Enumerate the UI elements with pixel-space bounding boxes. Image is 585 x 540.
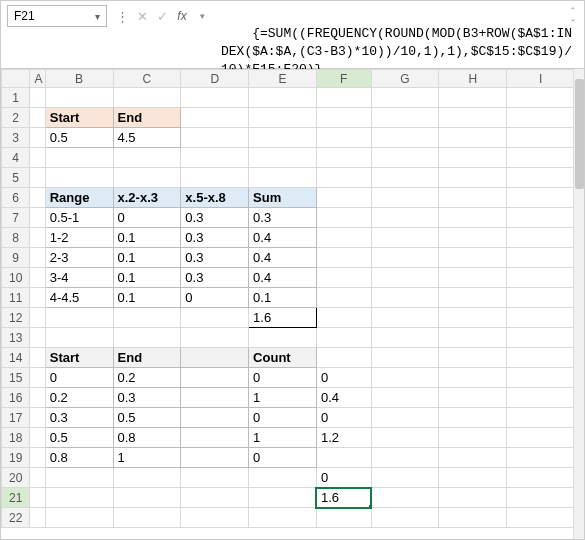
cell[interactable]: 0 (45, 368, 113, 388)
cell[interactable] (181, 388, 249, 408)
vertical-scrollbar[interactable] (573, 69, 584, 539)
col-header-f[interactable]: F (316, 70, 371, 88)
cell[interactable]: 2-3 (45, 248, 113, 268)
cell[interactable]: Sum (249, 188, 317, 208)
cell[interactable]: 0.1 (249, 288, 317, 308)
cell[interactable]: 0.1 (113, 268, 181, 288)
row-header[interactable]: 5 (2, 168, 30, 188)
col-header-c[interactable]: C (113, 70, 181, 88)
row-header[interactable]: 20 (2, 468, 30, 488)
cell[interactable]: 0.3 (181, 208, 249, 228)
cell[interactable]: 0.8 (45, 448, 113, 468)
cell[interactable]: 0 (249, 368, 317, 388)
chevron-down-icon[interactable]: ▾ (195, 11, 209, 21)
cell[interactable]: 0.3 (45, 408, 113, 428)
row-header[interactable]: 21 (2, 488, 30, 508)
cell[interactable]: Start (45, 348, 113, 368)
row-header[interactable]: 13 (2, 328, 30, 348)
row-header[interactable]: 9 (2, 248, 30, 268)
cell[interactable]: 0.4 (249, 248, 317, 268)
row-header[interactable]: 14 (2, 348, 30, 368)
scrollbar-thumb[interactable] (575, 79, 584, 189)
cell[interactable]: 0 (249, 448, 317, 468)
cell[interactable]: 0.2 (113, 368, 181, 388)
cell[interactable]: 4-4.5 (45, 288, 113, 308)
cell[interactable]: 1.6 (249, 308, 317, 328)
cell[interactable]: 1 (113, 448, 181, 468)
enter-icon[interactable]: ✓ (155, 9, 169, 24)
cell[interactable]: 0.1 (113, 248, 181, 268)
active-cell[interactable]: 1.6 (316, 488, 371, 508)
row-header[interactable]: 2 (2, 108, 30, 128)
cell[interactable]: 0 (249, 408, 317, 428)
cell[interactable]: 0.3 (113, 388, 181, 408)
cell[interactable]: 0.2 (45, 388, 113, 408)
row-header[interactable]: 1 (2, 88, 30, 108)
col-header-h[interactable]: H (439, 70, 507, 88)
cell[interactable]: 0.1 (113, 288, 181, 308)
cancel-icon[interactable]: ✕ (135, 9, 149, 24)
col-header-g[interactable]: G (371, 70, 439, 88)
col-header-i[interactable]: I (507, 70, 573, 88)
cell[interactable]: x.2-x.3 (113, 188, 181, 208)
more-icon[interactable]: ⋮ (115, 9, 129, 24)
row-header[interactable]: 12 (2, 308, 30, 328)
row-header[interactable]: 17 (2, 408, 30, 428)
cell[interactable]: 1 (249, 428, 317, 448)
cell[interactable]: 0.4 (316, 388, 371, 408)
cell[interactable] (316, 448, 371, 468)
cell[interactable] (181, 348, 249, 368)
col-header-a[interactable]: A (30, 70, 45, 88)
cell[interactable]: End (113, 348, 181, 368)
row-header[interactable]: 3 (2, 128, 30, 148)
name-box[interactable]: F21 ▾ (7, 5, 107, 27)
cell[interactable]: Count (249, 348, 317, 368)
cell[interactable]: 1.2 (316, 428, 371, 448)
cell[interactable]: x.5-x.8 (181, 188, 249, 208)
cell[interactable]: 1-2 (45, 228, 113, 248)
cell[interactable]: 0.3 (181, 228, 249, 248)
cell[interactable]: 0.5 (45, 128, 113, 148)
row-header[interactable]: 22 (2, 508, 30, 528)
cell[interactable]: 0.1 (113, 228, 181, 248)
row-header[interactable]: 18 (2, 428, 30, 448)
cell[interactable]: 0.5-1 (45, 208, 113, 228)
cell[interactable]: 0 (316, 468, 371, 488)
cell[interactable] (181, 448, 249, 468)
chevron-down-icon[interactable]: ▾ (95, 11, 100, 22)
spreadsheet-grid[interactable]: A B C D E F G H I 1 2 Start End 3 0.5 4.… (1, 69, 573, 528)
cell[interactable]: End (113, 108, 181, 128)
cell[interactable] (181, 408, 249, 428)
cell[interactable]: Start (45, 108, 113, 128)
col-header-b[interactable]: B (45, 70, 113, 88)
cell[interactable]: 0 (113, 208, 181, 228)
row-header[interactable]: 11 (2, 288, 30, 308)
cell[interactable]: 0.3 (181, 248, 249, 268)
cell[interactable]: 0 (316, 408, 371, 428)
row-header[interactable]: 10 (2, 268, 30, 288)
cell[interactable] (181, 368, 249, 388)
cell[interactable]: 0.4 (249, 228, 317, 248)
row-header[interactable]: 7 (2, 208, 30, 228)
col-header-d[interactable]: D (181, 70, 249, 88)
row-header[interactable]: 15 (2, 368, 30, 388)
cell[interactable] (181, 428, 249, 448)
row-header[interactable]: 6 (2, 188, 30, 208)
col-header-e[interactable]: E (249, 70, 317, 88)
cell[interactable]: 4.5 (113, 128, 181, 148)
cell[interactable]: 0.3 (249, 208, 317, 228)
cell[interactable]: 0.5 (113, 408, 181, 428)
cell[interactable]: 1 (249, 388, 317, 408)
cell[interactable]: 0.4 (249, 268, 317, 288)
fx-icon[interactable]: fx (175, 9, 189, 23)
row-header[interactable]: 19 (2, 448, 30, 468)
row-header[interactable]: 8 (2, 228, 30, 248)
cell[interactable]: Range (45, 188, 113, 208)
cell[interactable]: 0.5 (45, 428, 113, 448)
cell[interactable]: 0 (181, 288, 249, 308)
cell[interactable]: 0.8 (113, 428, 181, 448)
cell[interactable]: 3-4 (45, 268, 113, 288)
row-header[interactable]: 16 (2, 388, 30, 408)
row-header[interactable]: 4 (2, 148, 30, 168)
cell[interactable]: 0.3 (181, 268, 249, 288)
